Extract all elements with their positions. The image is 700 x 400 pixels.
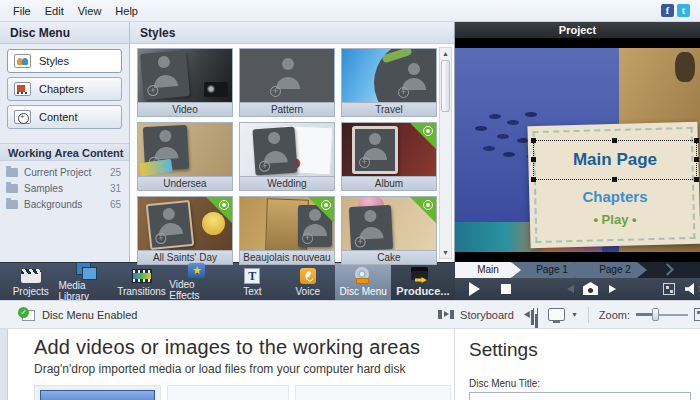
playback-controls	[455, 278, 700, 300]
style-item-video[interactable]: + Video	[137, 48, 233, 117]
tab-main[interactable]: Main	[455, 262, 521, 278]
toolbar-label: Transitions	[117, 286, 166, 297]
storyboard-icon[interactable]	[438, 310, 454, 319]
collapsed-panel-edge[interactable]	[0, 329, 8, 400]
add-photo-icon: +	[155, 232, 167, 244]
list-item-label: Backgrounds	[24, 199, 82, 210]
style-item-cake[interactable]: + Cake	[341, 196, 437, 265]
style-thumbnail[interactable]: +	[239, 48, 335, 103]
selection-handle[interactable]	[531, 177, 536, 182]
style-thumbnail[interactable]: +	[137, 122, 233, 177]
style-label: Undersea	[137, 177, 233, 191]
toolbar-item-projects[interactable]: Projects	[3, 263, 58, 300]
working-area-content-title: Working Area Content	[0, 143, 129, 161]
list-item-backgrounds[interactable]: Backgrounds 65	[0, 196, 129, 212]
scroll-down-icon[interactable]: ▼	[440, 247, 451, 258]
bottom-area: Add videos or images to the working area…	[0, 329, 700, 400]
style-thumbnail[interactable]: +	[341, 122, 437, 177]
scrollbar-thumb[interactable]	[441, 60, 450, 112]
toolbar-item-video-effects[interactable]: Video Effects	[169, 263, 224, 300]
selection-handle[interactable]	[612, 138, 617, 143]
status-bar: Disc Menu Enabled Storyboard ▼ Zoom:	[0, 300, 700, 329]
download-badge-icon	[410, 123, 436, 149]
volume-icon[interactable]	[685, 283, 694, 295]
fit-to-screen-icon[interactable]	[694, 308, 700, 321]
download-badge-icon	[321, 200, 331, 210]
style-label: Travel	[341, 103, 437, 117]
chevron-down-icon[interactable]: ▼	[571, 311, 578, 318]
drop-slot-empty[interactable]	[167, 385, 289, 400]
selection-handle[interactable]	[694, 177, 699, 182]
disc-menu-title-input[interactable]	[469, 392, 691, 400]
style-label: Pattern	[239, 103, 335, 117]
selection-handle[interactable]	[694, 157, 699, 162]
toolbar-item-transitions[interactable]: Transitions	[114, 263, 169, 300]
next-page-button[interactable]	[609, 285, 616, 293]
produce-icon	[411, 267, 435, 283]
toolbar-item-disc-menu[interactable]: Disc Menu	[335, 263, 390, 300]
divider	[588, 307, 589, 323]
media-thumbnail[interactable]	[40, 390, 155, 400]
style-thumbnail[interactable]: +	[341, 48, 437, 103]
previous-page-button[interactable]	[567, 285, 574, 293]
menu-play-text[interactable]: • Play •	[533, 212, 697, 227]
facebook-icon[interactable]: f	[661, 4, 674, 17]
toolbar-item-produce[interactable]: Produce...	[391, 263, 455, 300]
download-badge-icon	[423, 200, 433, 210]
sidebar-item-chapters[interactable]: Chapters	[7, 77, 122, 101]
disc-menu-enabled-check-icon	[18, 308, 35, 321]
disc-menu-title-label: Disc Menu Title:	[469, 378, 700, 389]
twitter-icon[interactable]: t	[677, 4, 690, 17]
main-toolbar-row: Projects Media Library Transitions Video…	[0, 262, 700, 300]
style-thumbnail[interactable]: +	[341, 196, 437, 251]
menu-view[interactable]: View	[71, 3, 109, 19]
zoom-slider-thumb[interactable]	[652, 308, 659, 321]
display-mode-icon[interactable]	[548, 308, 565, 321]
scroll-up-icon[interactable]: ▲	[440, 48, 451, 59]
style-thumbnail[interactable]: +	[239, 122, 335, 177]
menu-file[interactable]: File	[6, 3, 38, 19]
style-item-travel[interactable]: + Travel	[341, 48, 437, 117]
menu-chapters-text[interactable]: Chapters	[533, 188, 697, 205]
main-menu-button[interactable]	[583, 282, 598, 295]
style-thumbnail[interactable]: +	[137, 48, 233, 103]
selection-handle[interactable]	[531, 157, 536, 162]
toolbar-item-media-library[interactable]: Media Library	[58, 263, 113, 300]
toolbar-item-voice[interactable]: Voice	[280, 263, 335, 300]
drop-slot-empty[interactable]	[295, 385, 451, 400]
tab-page-2[interactable]: Page 2	[575, 262, 647, 278]
style-item-wedding[interactable]: + Wedding	[239, 122, 335, 191]
zoom-slider[interactable]	[636, 308, 688, 321]
storyboard-label[interactable]: Storyboard	[460, 309, 514, 321]
menu-edit[interactable]: Edit	[38, 3, 71, 19]
style-item-pattern[interactable]: + Pattern	[239, 48, 335, 117]
drop-slot-filled[interactable]	[34, 385, 161, 400]
working-area-drop-zone[interactable]: Add videos or images to the working area…	[8, 329, 454, 400]
list-item-samples[interactable]: Samples 31	[0, 180, 129, 196]
sidebar-item-content[interactable]: Content	[7, 105, 122, 129]
style-item-album[interactable]: + Album	[341, 122, 437, 191]
tab-page-1[interactable]: Page 1	[512, 262, 584, 278]
menu-help[interactable]: Help	[108, 3, 145, 19]
style-thumbnail[interactable]: +	[137, 196, 233, 251]
selection-handle[interactable]	[694, 138, 699, 143]
styles-scrollbar[interactable]: ▲ ▼	[439, 47, 452, 259]
menu-title-text[interactable]: Main Page	[573, 150, 657, 170]
style-thumbnail[interactable]: +	[239, 196, 335, 251]
main-area: Disc Menu Styles Chapters Content Workin…	[0, 22, 700, 262]
stop-button[interactable]	[501, 284, 511, 294]
sidebar-item-styles[interactable]: Styles	[7, 49, 122, 73]
toolbar-item-text[interactable]: Text	[225, 263, 280, 300]
list-item-current-project[interactable]: Current Project 25	[0, 164, 129, 180]
style-item-undersea[interactable]: + Undersea	[137, 122, 233, 191]
play-button[interactable]	[469, 282, 480, 296]
title-selection-box[interactable]: Main Page	[533, 140, 697, 180]
drop-slots	[34, 385, 451, 400]
selection-handle[interactable]	[612, 177, 617, 182]
fullscreen-icon[interactable]	[663, 283, 675, 295]
style-item-all-saints-day[interactable]: + All Saints' Day	[137, 196, 233, 265]
item-count: 31	[110, 183, 121, 194]
style-item-beaujolais-nouveau[interactable]: + Beaujolais nouveau	[239, 196, 335, 265]
audio-mixer-icon[interactable]	[524, 308, 539, 321]
selection-handle[interactable]	[531, 138, 536, 143]
